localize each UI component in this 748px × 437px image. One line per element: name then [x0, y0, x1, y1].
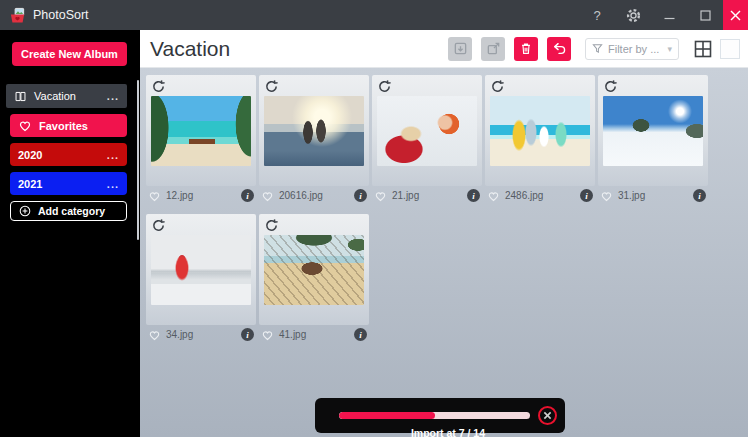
favorite-heart-icon[interactable]: [374, 190, 387, 202]
import-progress-bar: [339, 412, 530, 419]
category-more-button[interactable]: ...: [107, 178, 119, 190]
rotate-icon[interactable]: [264, 79, 280, 94]
page-title: Vacation: [150, 37, 230, 61]
photo-filename: 34.jpg: [166, 329, 241, 340]
photo-filename: 12.jpg: [166, 190, 241, 201]
photo-filename: 2486.jpg: [505, 190, 580, 201]
photo-tile[interactable]: [146, 75, 256, 186]
favorite-heart-icon[interactable]: [261, 329, 274, 341]
favorite-heart-icon[interactable]: [600, 190, 613, 202]
photo-card: 20616.jpg i: [259, 75, 369, 203]
photo-card: 12.jpg i: [146, 75, 256, 203]
album-book-icon: [14, 90, 27, 103]
photo-thumbnail[interactable]: [377, 96, 477, 166]
sidebar-item-label: Favorites: [39, 120, 88, 132]
minimize-button[interactable]: [651, 0, 687, 30]
rotate-icon[interactable]: [490, 79, 506, 94]
rotate-icon[interactable]: [264, 218, 280, 233]
sidebar-item-vacation-album[interactable]: Vacation ...: [6, 84, 127, 108]
category-more-button[interactable]: ...: [107, 149, 119, 161]
rotate-icon[interactable]: [151, 218, 167, 233]
info-button[interactable]: i: [241, 328, 254, 341]
favorite-heart-icon[interactable]: [487, 190, 500, 202]
photo-meta: 41.jpg i: [259, 327, 369, 342]
filter-placeholder: Filter by ...: [608, 43, 667, 55]
titlebar: PhotoSort ?: [0, 0, 748, 30]
app-title: PhotoSort: [33, 8, 89, 22]
info-button[interactable]: i: [354, 189, 367, 202]
photo-tile[interactable]: [259, 75, 369, 186]
photo-filename: 31.jpg: [618, 190, 693, 201]
grid-view-button[interactable]: [693, 39, 713, 59]
close-button[interactable]: [723, 0, 748, 30]
sidebar-item-2020[interactable]: 2020 ...: [10, 143, 127, 166]
filter-dropdown[interactable]: Filter by ... ▾: [585, 38, 679, 60]
settings-gear-icon[interactable]: [615, 0, 651, 30]
sidebar: Create New Album Vacation ... Favorites: [0, 30, 140, 437]
rotate-icon[interactable]: [377, 79, 393, 94]
plus-circle-icon: [19, 205, 31, 217]
sidebar-scrollbar[interactable]: [137, 80, 139, 240]
delete-button[interactable]: [514, 37, 538, 61]
sidebar-item-label: Vacation: [34, 90, 76, 102]
photo-thumbnail[interactable]: [490, 96, 590, 166]
photo-tile[interactable]: [598, 75, 708, 186]
photo-meta: 2486.jpg i: [485, 188, 595, 203]
main-header: Vacation: [140, 30, 748, 68]
maximize-button[interactable]: [687, 0, 723, 30]
create-new-album-button[interactable]: Create New Album: [12, 42, 127, 66]
info-button[interactable]: i: [354, 328, 367, 341]
help-icon[interactable]: ?: [579, 0, 615, 30]
photo-thumbnail[interactable]: [151, 96, 251, 166]
heart-icon: [18, 119, 32, 132]
album-more-button[interactable]: ...: [107, 90, 119, 102]
info-button[interactable]: i: [241, 189, 254, 202]
toolbar: Filter by ... ▾: [439, 37, 740, 61]
add-category-button[interactable]: Add category: [10, 201, 127, 221]
photo-meta: 21.jpg i: [372, 188, 482, 203]
main-panel: Vacation: [140, 30, 748, 437]
photo-thumbnail[interactable]: [603, 96, 703, 166]
import-progress-fill: [339, 412, 435, 419]
photo-thumbnail[interactable]: [264, 96, 364, 166]
rotate-icon[interactable]: [603, 79, 619, 94]
photo-card: 2486.jpg i: [485, 75, 595, 203]
export-button[interactable]: [481, 37, 505, 61]
photo-filename: 20616.jpg: [279, 190, 354, 201]
favorite-heart-icon[interactable]: [148, 190, 161, 202]
chevron-down-icon: ▾: [667, 44, 672, 54]
single-view-button[interactable]: [720, 39, 740, 59]
photo-thumbnail[interactable]: [264, 235, 364, 305]
info-button[interactable]: i: [693, 189, 706, 202]
photo-tile[interactable]: [146, 214, 256, 325]
photo-grid: 12.jpg i: [146, 75, 721, 353]
undo-button[interactable]: [547, 37, 571, 61]
rotate-icon[interactable]: [151, 79, 167, 94]
photo-meta: 31.jpg i: [598, 188, 708, 203]
photo-filename: 21.jpg: [392, 190, 467, 201]
sidebar-item-label: 2020: [18, 149, 42, 161]
import-button[interactable]: [448, 37, 472, 61]
photo-tile[interactable]: [259, 214, 369, 325]
photo-tile[interactable]: [372, 75, 482, 186]
photo-tile[interactable]: [485, 75, 595, 186]
photo-meta: 12.jpg i: [146, 188, 256, 203]
photo-card: 34.jpg i: [146, 214, 256, 342]
sidebar-item-label: Add category: [38, 205, 105, 217]
favorite-heart-icon[interactable]: [261, 190, 274, 202]
info-button[interactable]: i: [580, 189, 593, 202]
filter-funnel-icon: [592, 43, 603, 54]
photo-card: 31.jpg i: [598, 75, 708, 203]
photo-meta: 34.jpg i: [146, 327, 256, 342]
sidebar-item-favorites[interactable]: Favorites: [10, 114, 127, 137]
app-logo-icon: [9, 7, 26, 24]
info-button[interactable]: i: [467, 189, 480, 202]
import-progress-popup: Import at 7 / 14: [315, 398, 565, 433]
sidebar-item-2021[interactable]: 2021 ...: [10, 172, 127, 195]
sidebar-item-label: 2021: [18, 178, 42, 190]
photo-meta: 20616.jpg i: [259, 188, 369, 203]
photo-filename: 41.jpg: [279, 329, 354, 340]
photo-thumbnail[interactable]: [151, 235, 251, 305]
favorite-heart-icon[interactable]: [148, 329, 161, 341]
cancel-import-button[interactable]: [538, 406, 557, 425]
